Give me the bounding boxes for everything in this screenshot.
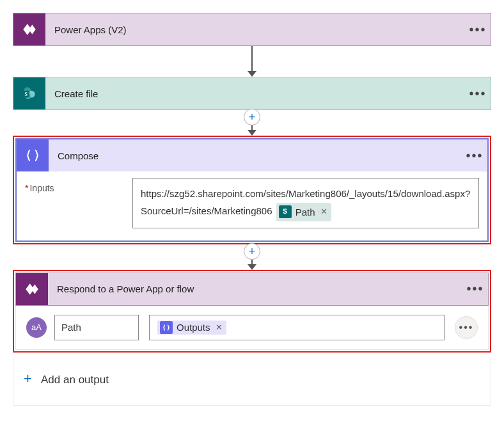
highlight-respond: Respond to a Power App or flow ••• aA Pa… [13,270,491,353]
compose-icon [17,139,49,171]
token-label: Path [295,203,319,221]
output-name-field[interactable]: Path [54,315,139,340]
sharepoint-icon: S [13,77,45,109]
step-title: Power Apps (V2) [45,24,465,35]
plus-icon: + [24,370,32,386]
token-outputs[interactable]: Outputs ✕ [157,321,226,335]
output-value-field[interactable]: Outputs ✕ [149,315,445,340]
step-compose: Compose ••• *Inputs https://szg52.sharep… [15,138,489,242]
step-create-file[interactable]: S Create file ••• [13,77,491,110]
token-label: Outputs [177,322,214,333]
more-menu[interactable]: ••• [462,148,487,163]
flow-arrow: + [13,244,491,270]
step-respond: Respond to a Power App or flow ••• aA Pa… [15,273,489,350]
step-power-apps-trigger[interactable]: Power Apps (V2) ••• [13,13,491,46]
respond-body: aA Path Outputs ✕ ••• [15,306,489,350]
step-respond-header[interactable]: Respond to a Power App or flow ••• [15,273,489,306]
powerapps-icon [16,273,48,305]
add-output-label: Add an output [41,374,109,386]
compose-inputs-label: *Inputs [25,178,132,228]
svg-text:S: S [24,91,28,97]
highlight-compose: Compose ••• *Inputs https://szg52.sharep… [13,136,491,244]
flow-container: Power Apps (V2) ••• S Create file ••• + … [13,13,491,406]
more-menu[interactable]: ••• [465,22,491,37]
step-title: Create file [45,88,465,99]
token-remove[interactable]: ✕ [319,204,329,219]
flow-arrow [13,46,491,77]
output-more-menu[interactable]: ••• [455,316,478,339]
sharepoint-token-icon: S [279,205,292,218]
text-type-icon: aA [26,317,47,338]
step-compose-header[interactable]: Compose ••• [17,139,487,171]
compose-inputs-field[interactable]: https://szg52.sharepoint.com/sites/Marke… [132,178,479,228]
add-step-button[interactable]: + [244,109,260,125]
compose-token-icon [160,321,173,334]
token-remove[interactable]: ✕ [214,322,224,332]
step-title: Compose [49,150,462,161]
respond-output-row: aA Path Outputs ✕ ••• [16,306,488,349]
add-step-button[interactable]: + [244,243,260,260]
more-menu[interactable]: ••• [462,281,488,296]
powerapps-icon [13,13,45,45]
token-path[interactable]: S Path ✕ [276,203,331,221]
compose-body: *Inputs https://szg52.sharepoint.com/sit… [17,171,487,241]
flow-arrow: + [13,110,491,136]
more-menu[interactable]: ••• [465,86,491,101]
add-output-button[interactable]: + Add an output [13,358,491,406]
step-title: Respond to a Power App or flow [48,283,462,294]
